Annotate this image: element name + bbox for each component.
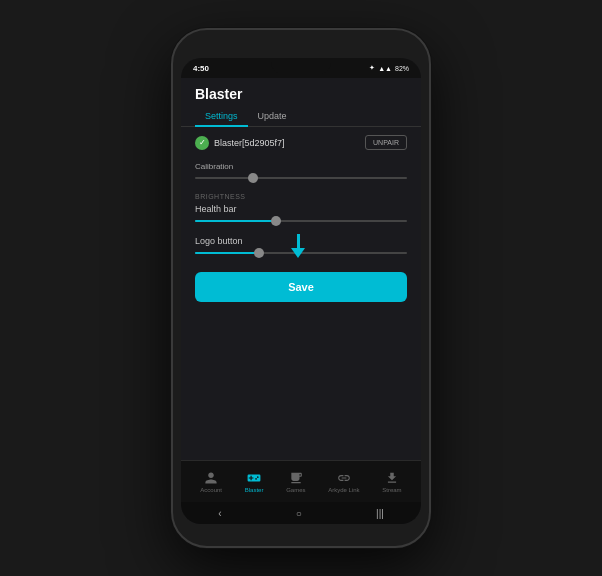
tab-settings[interactable]: Settings — [195, 106, 248, 126]
games-icon — [289, 471, 303, 485]
device-info: ✓ Blaster[5d2905f7] — [195, 136, 285, 150]
nav-item-arkyde-link[interactable]: Arkyde Link — [328, 471, 359, 493]
nav-label-arkyde-link: Arkyde Link — [328, 487, 359, 493]
calibration-slider[interactable] — [195, 177, 407, 179]
phone-frame: 4:50 ✦ ▲▲ 82% Blaster Settings Update — [171, 28, 431, 548]
notch — [271, 58, 331, 74]
status-time: 4:50 — [193, 64, 209, 73]
status-icons: ✦ ▲▲ 82% — [369, 64, 409, 72]
health-bar-label: Health bar — [195, 204, 407, 214]
battery-icon: 82% — [395, 65, 409, 72]
logo-button-slider[interactable] — [195, 252, 407, 254]
nav-label-stream: Stream — [382, 487, 401, 493]
unpair-button[interactable]: UNPAIR — [365, 135, 407, 150]
nav-item-games[interactable]: Games — [286, 471, 305, 493]
device-row: ✓ Blaster[5d2905f7] UNPAIR — [195, 135, 407, 150]
main-content: ✓ Blaster[5d2905f7] UNPAIR Calibration B… — [181, 127, 421, 460]
stream-icon — [385, 471, 399, 485]
account-icon — [204, 471, 218, 485]
tab-bar: Settings Update — [181, 106, 421, 127]
nav-label-games: Games — [286, 487, 305, 493]
app-content: Blaster Settings Update ✓ Blaster[5d2905… — [181, 78, 421, 524]
arrow-indicator — [293, 234, 305, 258]
health-bar-slider[interactable] — [195, 220, 407, 222]
nav-item-stream[interactable]: Stream — [382, 471, 401, 493]
tab-update[interactable]: Update — [248, 106, 297, 126]
logo-button-fill — [195, 252, 259, 254]
health-bar-thumb[interactable] — [271, 216, 281, 226]
nav-label-account: Account — [200, 487, 222, 493]
health-bar-track — [195, 220, 407, 222]
system-nav-bar: ‹ ○ ||| — [181, 502, 421, 524]
calibration-thumb[interactable] — [248, 173, 258, 183]
arkyde-link-icon — [337, 471, 351, 485]
phone-screen: 4:50 ✦ ▲▲ 82% Blaster Settings Update — [181, 58, 421, 524]
nav-item-account[interactable]: Account — [200, 471, 222, 493]
power-button — [429, 110, 431, 150]
home-button[interactable]: ○ — [296, 508, 302, 519]
connected-icon: ✓ — [195, 136, 209, 150]
recents-button[interactable]: ||| — [376, 508, 384, 519]
calibration-label: Calibration — [195, 162, 407, 171]
health-bar-fill — [195, 220, 276, 222]
back-button[interactable]: ‹ — [218, 508, 221, 519]
bottom-nav: Account Blaster Games — [181, 460, 421, 502]
logo-button-thumb[interactable] — [254, 248, 264, 258]
volume-up-button — [171, 100, 173, 120]
volume-down-button — [171, 126, 173, 156]
blaster-icon — [247, 471, 261, 485]
bluetooth-icon: ✦ — [369, 64, 375, 72]
nav-label-blaster: Blaster — [245, 487, 264, 493]
brightness-section-label: BRIGHTNESS — [195, 193, 407, 200]
calibration-track — [195, 177, 407, 179]
silent-button — [171, 162, 173, 192]
signal-icon: ▲▲ — [378, 65, 392, 72]
nav-item-blaster[interactable]: Blaster — [245, 471, 264, 493]
save-button[interactable]: Save — [195, 272, 407, 302]
device-name: Blaster[5d2905f7] — [214, 138, 285, 148]
page-title: Blaster — [181, 78, 421, 106]
